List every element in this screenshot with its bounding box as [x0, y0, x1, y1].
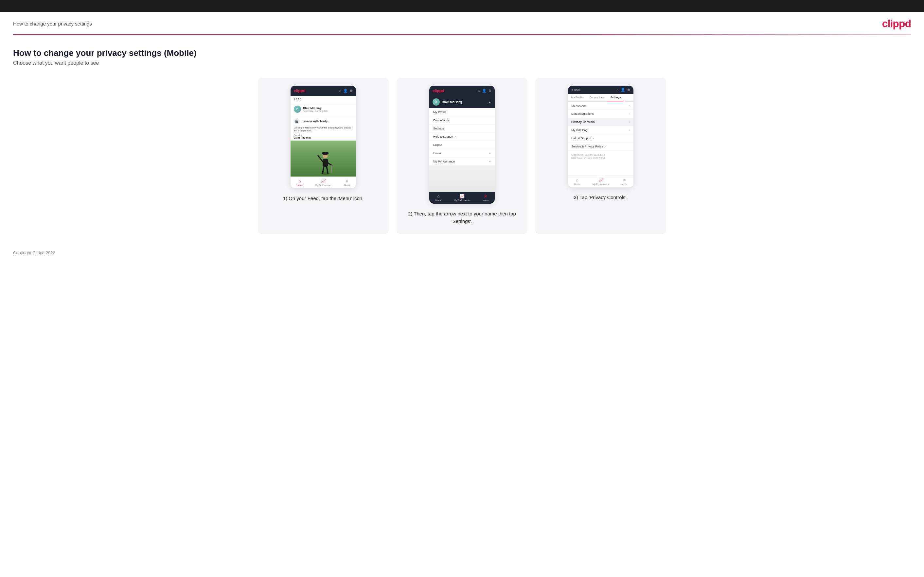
menu-item-myprofile: My Profile	[429, 108, 495, 116]
tab-home-3: ⌂ Home	[574, 177, 580, 185]
chevron-down-icon-2: ▾	[489, 160, 491, 163]
menu-item-logout: Logout	[429, 141, 495, 149]
phone-2-topbar: clippd ⌕ 👤 ⊕	[429, 85, 495, 96]
step-1-card: clippd ⌕ 👤 ⊕ Feed B Blair McHarg	[258, 78, 389, 234]
menu-item-label-connections: Connections	[433, 119, 449, 122]
settings-item-label-privacycontrols: Privacy Controls	[571, 120, 595, 124]
menu-label: Menu	[344, 184, 350, 186]
post-date: Yesterday · Sunningdale	[303, 110, 328, 112]
menu-item-settings: Settings	[429, 124, 495, 133]
menu-items: My Profile Connections Settings Help & S…	[429, 108, 495, 149]
step-2-card: clippd ⌕ 👤 ⊕ B Blair McHarg ▲	[397, 78, 527, 234]
tab-menu-3: ≡ Menu	[622, 177, 628, 185]
tab-performance-2: 📈 My Performance	[454, 194, 470, 201]
menu-avatar: B	[433, 98, 440, 106]
performance-label-3: My Performance	[593, 183, 609, 185]
logo: clippd	[882, 18, 911, 30]
page-subheading: Choose what you want people to see	[13, 60, 911, 66]
svg-point-0	[321, 172, 330, 175]
performance-label: My Performance	[315, 184, 332, 186]
phone-2-icons: ⌕ 👤 ⊕	[478, 89, 491, 93]
step-3-phone: < Back ⌕ 👤 ⊕ My Profile Connections Sett…	[568, 85, 633, 187]
phone-3-bottombar: ⌂ Home 📈 My Performance ≡ Menu	[568, 176, 633, 187]
lesson-icon: 🎬	[294, 118, 300, 124]
step-1-caption: 1) On your Feed, tap the 'Menu' icon.	[283, 195, 364, 202]
phone-3-icons: ⌕ 👤 ⊕	[616, 88, 630, 92]
phone-1-bottombar: ⌂ Home 📈 My Performance ≡ Menu	[291, 177, 356, 188]
post-avatar: B	[294, 106, 301, 113]
settings-icon-2: ⊕	[488, 89, 491, 93]
phone-3-topbar: < Back ⌕ 👤 ⊕	[568, 85, 633, 94]
settings-tabs: My Profile Connections Settings	[568, 94, 633, 102]
header: How to change your privacy settings clip…	[0, 12, 924, 34]
settings-item-helpsupport: Help & Support ↗	[568, 134, 633, 143]
post-header: B Blair McHarg Yesterday · Sunningdale	[294, 106, 353, 113]
version-line-1: Clippd Client Version: 2022.8.3-3	[571, 154, 605, 156]
home-label-3: Home	[574, 183, 580, 185]
chevron-right-icon-2: ›	[629, 112, 630, 115]
settings-icon: ⊕	[350, 89, 353, 93]
nav-home-label: Home	[433, 152, 441, 155]
tab-menu: ≡ Menu	[344, 179, 350, 186]
profile-icon-3: 👤	[621, 88, 625, 92]
main-content: How to change your privacy settings (Mob…	[0, 35, 924, 244]
step-2-caption: 2) Then, tap the arrow next to your name…	[403, 210, 521, 225]
phone-2-bottombar: ⌂ Home 📈 My Performance ✕ Menu	[429, 192, 495, 204]
phone-1-topbar: clippd ⌕ 👤 ⊕	[291, 85, 356, 96]
menu-username: Blair McHarg	[442, 100, 462, 104]
search-icon: ⌕	[339, 89, 341, 93]
search-icon-2: ⌕	[478, 89, 480, 93]
settings-icon-3: ⊕	[627, 88, 630, 92]
step-1-phone: clippd ⌕ 👤 ⊕ Feed B Blair McHarg	[291, 85, 356, 188]
steps-row: clippd ⌕ 👤 ⊕ Feed B Blair McHarg	[13, 78, 911, 234]
home-label: Home	[297, 184, 303, 186]
blurred-feed	[429, 166, 495, 192]
tab-performance-3: 📈 My Performance	[593, 177, 609, 185]
menu-item-helpsupport: Help & Support ↗	[429, 133, 495, 141]
menu-label-3: Menu	[622, 183, 628, 185]
svg-line-7	[331, 165, 332, 173]
menu-item-connections: Connections	[429, 116, 495, 124]
spacer	[568, 163, 633, 176]
nav-performance-label: My Performance	[433, 160, 455, 163]
search-icon-3: ⌕	[616, 88, 619, 92]
profile-icon: 👤	[343, 89, 348, 93]
nav-performance: My Performance ▾	[429, 158, 495, 166]
menu-item-label-myprofile: My Profile	[433, 111, 446, 114]
post-user-info: Blair McHarg Yesterday · Sunningdale	[303, 106, 328, 112]
settings-item-dataintegrations: Data Integrations ›	[568, 110, 633, 118]
performance-label-2: My Performance	[454, 199, 470, 201]
svg-rect-3	[323, 159, 328, 167]
version-line-2: GGL Server Version: 2022.7.30-1	[571, 157, 605, 159]
close-label: Menu	[483, 200, 489, 202]
post-card: B Blair McHarg Yesterday · Sunningdale	[291, 103, 356, 117]
menu-icon-3: ≡	[623, 177, 626, 182]
chevron-up-icon: ▲	[488, 100, 491, 104]
settings-list: My Account › Data Integrations › Privacy…	[568, 102, 633, 151]
duration-row: Duration 01 hr : 30 min	[291, 134, 356, 140]
lesson-title: Lesson with Fordy	[302, 120, 328, 123]
settings-item-privacycontrols: Privacy Controls ›	[568, 118, 633, 126]
home-icon-2: ⌂	[437, 194, 439, 198]
svg-line-2	[326, 166, 328, 173]
performance-icon-3: 📈	[598, 177, 604, 182]
settings-item-label-privacypolicy: Service & Privacy Policy ↗	[571, 145, 606, 148]
settings-item-label-helpsupport: Help & Support ↗	[571, 137, 594, 140]
performance-icon-2: 📈	[460, 194, 465, 198]
menu-item-label-settings: Settings	[433, 127, 444, 130]
phone-2-logo: clippd	[433, 88, 444, 93]
step-3-caption: 3) Tap 'Privacy Controls'.	[574, 194, 628, 201]
settings-item-label-myaccount: My Account	[571, 104, 586, 107]
duration-value: 01 hr : 30 min	[294, 136, 311, 139]
tab-connections: Connections	[586, 94, 607, 102]
step-2-phone: clippd ⌕ 👤 ⊕ B Blair McHarg ▲	[429, 85, 495, 204]
settings-item-privacypolicy: Service & Privacy Policy ↗	[568, 143, 633, 151]
tab-performance: 📈 My Performance	[315, 179, 332, 186]
menu-icon: ≡	[346, 179, 349, 184]
post-text: Looking to feel like my hands are exitin…	[291, 126, 356, 134]
nav-home: Home ▾	[429, 149, 495, 158]
tab-settings: Settings	[607, 94, 624, 102]
post-username: Blair McHarg	[303, 106, 328, 110]
version-info: Clippd Client Version: 2022.8.3-3 GGL Se…	[568, 151, 633, 163]
tab-home-2: ⌂ Home	[436, 194, 442, 201]
